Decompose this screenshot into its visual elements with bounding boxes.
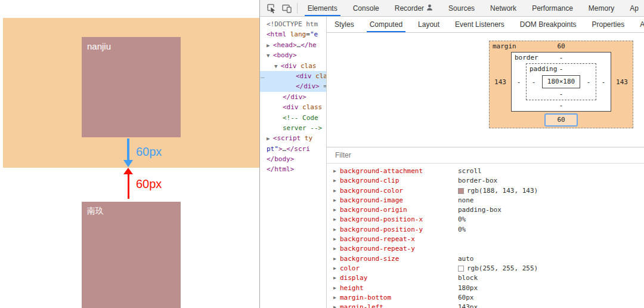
tab-performance[interactable]: Performance — [524, 0, 581, 16]
property-name: background-position-y — [340, 225, 458, 235]
disclosure-triangle-icon[interactable]: ▶ — [333, 264, 340, 273]
property-value: padding-box — [458, 205, 501, 215]
property-name: display — [340, 273, 458, 283]
dom-tree-line[interactable]: …<div cla — [260, 71, 326, 81]
margin-bottom-value[interactable]: 60 — [544, 113, 577, 127]
subtab-event-listeners[interactable]: Event Listeners — [447, 17, 512, 32]
padding-right-value[interactable]: - — [581, 78, 596, 86]
disclosure-triangle-icon[interactable]: ▶ — [333, 215, 340, 224]
computed-property-row[interactable]: ▶background-sizeauto — [327, 254, 644, 264]
dom-tree-line[interactable]: ▶ <script ty — [260, 133, 326, 143]
dom-tree-line[interactable]: <html lang="e — [260, 29, 326, 39]
browser-page: nanjiu 60px 60px 南玖 — [0, 0, 259, 308]
dom-tree-line[interactable]: </html> — [260, 164, 326, 174]
computed-property-row[interactable]: ▶colorrgb(255, 255, 255) — [327, 264, 644, 273]
dom-tree-line[interactable]: </div> = — [260, 81, 326, 91]
subtab-accessibility[interactable]: Access — [632, 17, 644, 32]
disclosure-triangle-icon[interactable]: ▶ — [333, 225, 340, 235]
margin-right-value[interactable]: 143 — [611, 78, 633, 86]
computed-property-row[interactable]: ▶background-clipborder-box — [327, 176, 644, 186]
disclosure-triangle-icon[interactable]: ▶ — [333, 244, 340, 254]
subtab-computed[interactable]: Computed — [362, 17, 410, 32]
disclosure-triangle-icon[interactable]: ▶ — [333, 167, 340, 176]
subtab-properties[interactable]: Properties — [584, 17, 633, 32]
box-model-margin[interactable]: margin 60 143 border - - — [489, 41, 633, 128]
disclosure-triangle-icon[interactable]: ▶ — [333, 235, 340, 244]
device-toolbar-icon[interactable] — [279, 1, 295, 16]
filter-input[interactable] — [334, 150, 465, 160]
dom-tree-line[interactable]: <div class — [260, 102, 326, 112]
property-value: none — [458, 196, 474, 205]
border-top-value[interactable]: - — [559, 54, 564, 61]
property-name: background-clip — [340, 176, 458, 186]
box-model-border[interactable]: border - - padding - — [511, 52, 611, 112]
disclosure-triangle-icon[interactable]: ▶ — [333, 284, 340, 293]
margin-top-value[interactable]: 60 — [557, 42, 565, 50]
inspect-icon[interactable] — [264, 1, 279, 16]
dom-tree-line[interactable]: pt">…</scri — [260, 144, 326, 154]
computed-property-row[interactable]: ▶background-colorrgb(188, 143, 143) — [327, 186, 644, 196]
dom-tree-line[interactable]: ▼ <div clas — [260, 61, 326, 71]
computed-property-row[interactable]: ▶background-imagenone — [327, 196, 644, 205]
tab-memory[interactable]: Memory — [581, 0, 622, 16]
disclosure-triangle-icon[interactable]: ▶ — [333, 254, 340, 264]
color-swatch — [458, 188, 464, 194]
disclosure-triangle-icon[interactable]: ▶ — [333, 196, 340, 205]
computed-property-row[interactable]: ▶background-position-y0% — [327, 225, 644, 235]
computed-property-row[interactable]: ▶margin-left143px — [327, 303, 644, 308]
computed-property-row[interactable]: ▶background-repeat-x — [327, 235, 644, 244]
tab-application[interactable]: Ap — [622, 0, 644, 16]
sidebar-tabs: Styles Computed Layout Event Listeners D… — [327, 17, 644, 33]
dom-tree-line[interactable]: server --> — [260, 123, 326, 133]
computed-property-row[interactable]: ▶displayblock — [327, 273, 644, 283]
property-value: border-box — [458, 176, 497, 186]
disclosure-triangle-icon[interactable]: ▶ — [333, 205, 340, 215]
tab-console[interactable]: Console — [345, 0, 387, 16]
dom-tree-line[interactable]: </body> — [260, 154, 326, 164]
tab-network[interactable]: Network — [482, 0, 524, 16]
padding-left-value[interactable]: - — [527, 78, 541, 86]
border-left-value[interactable]: - — [512, 78, 526, 86]
nanjiu-box: nanjiu — [82, 37, 181, 137]
subtab-dom-breakpoints[interactable]: DOM Breakpoints — [512, 17, 584, 32]
padding-bottom-value[interactable]: - — [559, 90, 564, 98]
computed-property-row[interactable]: ▶background-attachmentscroll — [327, 167, 644, 176]
devtools-panel: Elements Console Recorder Sources Networ… — [259, 0, 644, 308]
dom-tree-line[interactable]: </div> — [260, 92, 326, 102]
tab-recorder[interactable]: Recorder — [387, 0, 441, 16]
computed-property-row[interactable]: ▶margin-bottom60px — [327, 293, 644, 303]
dom-tree-line[interactable]: <!DOCTYPE htm — [260, 19, 326, 29]
padding-top-value[interactable]: - — [559, 65, 564, 73]
filter-bar — [327, 147, 644, 164]
dom-tree: <!DOCTYPE htm<html lang="e▶ <head>…</he▼… — [260, 17, 327, 308]
property-value: rgb(188, 143, 143) — [458, 186, 538, 196]
more-actions-icon[interactable]: … — [261, 71, 264, 81]
dom-tree-line[interactable]: <!-- Code — [260, 113, 326, 123]
computed-property-row[interactable]: ▶background-position-x0% — [327, 215, 644, 224]
property-value: block — [458, 273, 478, 283]
box-model-padding[interactable]: padding - - 180×180 - - — [526, 63, 596, 100]
dom-tree-line[interactable]: ▶ <head>…</he — [260, 40, 326, 50]
border-bottom-value[interactable]: - — [559, 101, 564, 109]
computed-property-row[interactable]: ▶height180px — [327, 284, 644, 293]
disclosure-triangle-icon[interactable]: ▶ — [333, 293, 340, 303]
property-name: color — [340, 264, 458, 273]
margin-left-value[interactable]: 143 — [490, 78, 511, 86]
computed-property-row[interactable]: ▶background-originpadding-box — [327, 205, 644, 215]
property-value: auto — [458, 254, 474, 264]
disclosure-triangle-icon[interactable]: ▶ — [333, 186, 340, 196]
disclosure-triangle-icon[interactable]: ▶ — [333, 176, 340, 186]
dom-tree-line[interactable]: ▼ <body> — [260, 50, 326, 60]
disclosure-triangle-icon[interactable]: ▶ — [333, 273, 340, 283]
tab-sources[interactable]: Sources — [441, 0, 482, 16]
subtab-layout[interactable]: Layout — [410, 17, 447, 32]
computed-property-row[interactable]: ▶background-repeat-y — [327, 244, 644, 254]
disclosure-triangle-icon[interactable]: ▶ — [333, 303, 340, 308]
subtab-styles[interactable]: Styles — [327, 17, 362, 32]
box-model-padding-label: padding — [530, 64, 557, 75]
property-name: background-color — [340, 186, 458, 196]
box-model-content[interactable]: 180×180 — [542, 75, 580, 88]
border-right-value[interactable]: - — [596, 78, 611, 86]
tab-elements[interactable]: Elements — [300, 0, 345, 16]
nanjiu2-box-label: 南玖 — [87, 206, 104, 215]
